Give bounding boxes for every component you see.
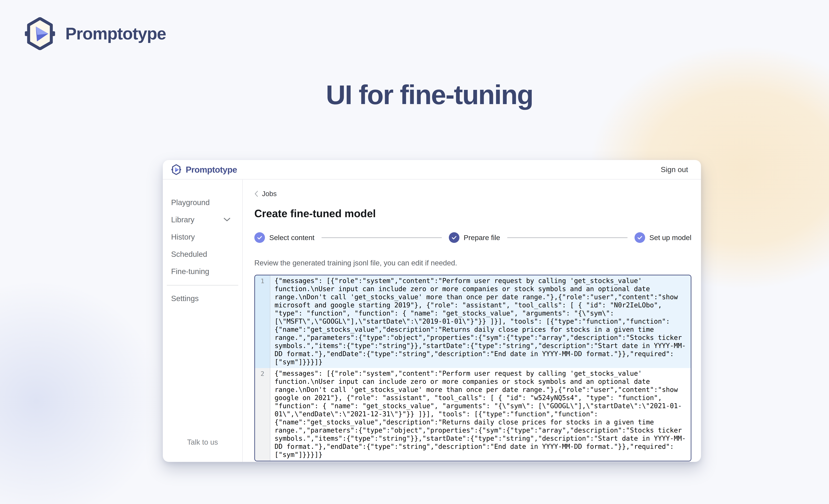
step-label: Set up model	[649, 233, 691, 242]
site-header: Promptotype	[25, 17, 166, 50]
sidebar-item-history[interactable]: History	[163, 228, 242, 246]
editor-line-2[interactable]: 2 {"messages": [{"role":"system","conten…	[255, 368, 691, 461]
sign-out-button[interactable]: Sign out	[660, 165, 689, 174]
sidebar-item-library[interactable]: Library	[163, 211, 242, 228]
sidebar-item-fine-tuning[interactable]: Fine-tuning	[163, 263, 242, 280]
app-window: Promptotype Sign out Playground Library	[163, 160, 701, 462]
breadcrumb[interactable]: Jobs	[254, 190, 691, 198]
app-brand[interactable]: Promptotype	[172, 164, 237, 175]
site-logo-text: Promptotype	[65, 24, 166, 43]
check-icon	[637, 236, 643, 240]
sidebar-item-settings[interactable]: Settings	[163, 290, 242, 307]
line-number: 1	[255, 275, 270, 368]
code-line-content[interactable]: {"messages": [{"role":"system","content"…	[270, 368, 691, 461]
talk-to-us-link[interactable]: Talk to us	[187, 438, 218, 446]
app-body: Playground Library History Scheduled Fin…	[163, 180, 701, 462]
sidebar-item-label: Settings	[171, 294, 199, 303]
review-note: Review the generated training jsonl file…	[254, 259, 691, 267]
sidebar-item-label: Library	[171, 215, 194, 224]
hero-title: UI for fine-tuning	[0, 79, 829, 110]
step-check-circle	[254, 232, 265, 243]
sidebar-divider	[167, 285, 238, 286]
step-label: Prepare file	[464, 233, 500, 242]
app-header: Promptotype Sign out	[163, 160, 701, 180]
page-background: Promptotype UI for fine-tuning Promptoty…	[0, 0, 829, 504]
sidebar-item-label: Scheduled	[171, 250, 207, 259]
spacer	[163, 307, 242, 438]
sidebar-item-label: Fine-tuning	[171, 267, 209, 276]
main-content: Jobs Create fine-tuned model Select cont…	[243, 180, 701, 462]
jsonl-editor[interactable]: 1 {"messages": [{"role":"system","conten…	[254, 275, 691, 461]
chevron-down-icon	[224, 218, 230, 222]
sidebar: Playground Library History Scheduled Fin…	[163, 180, 243, 462]
sidebar-item-playground[interactable]: Playground	[163, 194, 242, 211]
step-set-up-model: Set up model	[635, 232, 691, 243]
code-line-content[interactable]: {"messages": [{"role":"system","content"…	[270, 275, 691, 368]
step-check-circle	[449, 232, 460, 243]
page-title: Create fine-tuned model	[254, 207, 691, 220]
breadcrumb-label: Jobs	[262, 190, 277, 198]
stepper: Select content Prepare file	[254, 232, 691, 243]
sidebar-item-scheduled[interactable]: Scheduled	[163, 246, 242, 263]
promptotype-logo-icon-small	[172, 164, 181, 175]
check-icon	[452, 236, 457, 240]
step-connector	[322, 237, 442, 238]
promptotype-logo-icon	[25, 17, 55, 50]
step-select-content: Select content	[254, 232, 315, 243]
check-icon	[257, 236, 262, 240]
chevron-left-icon	[254, 191, 258, 197]
app-brand-text: Promptotype	[186, 165, 237, 175]
step-label: Select content	[269, 233, 315, 242]
editor-line-1[interactable]: 1 {"messages": [{"role":"system","conten…	[255, 275, 691, 368]
sidebar-item-label: History	[171, 232, 195, 241]
step-prepare-file: Prepare file	[449, 232, 500, 243]
line-number: 2	[255, 368, 270, 461]
step-connector	[507, 237, 627, 238]
step-check-circle	[635, 232, 645, 243]
sidebar-item-label: Playground	[171, 198, 210, 207]
